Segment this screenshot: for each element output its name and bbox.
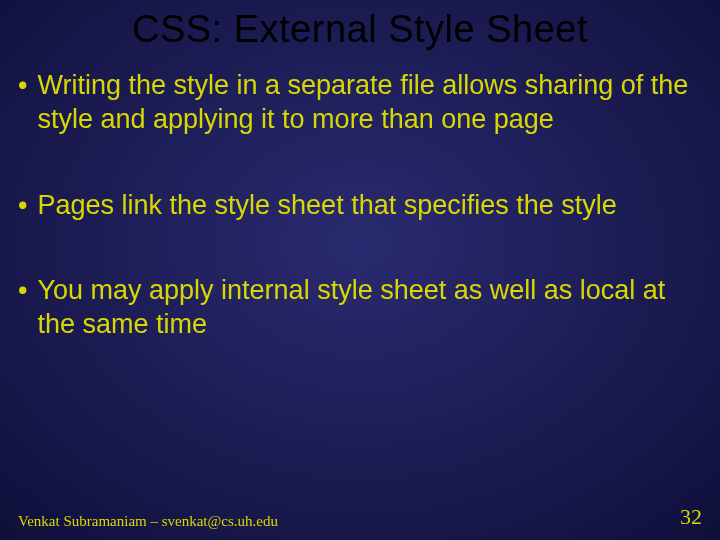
slide-title: CSS: External Style Sheet [0, 0, 720, 51]
bullet-dot-icon: • [18, 189, 37, 223]
bullet-dot-icon: • [18, 69, 37, 137]
bullet-item: • Pages link the style sheet that specif… [18, 189, 702, 223]
bullet-dot-icon: • [18, 274, 37, 342]
bullet-text: Writing the style in a separate file all… [37, 69, 702, 137]
author-credit: Venkat Subramaniam – svenkat@cs.uh.edu [18, 513, 278, 530]
bullet-item: • You may apply internal style sheet as … [18, 274, 702, 342]
page-number: 32 [680, 504, 702, 530]
slide-content: • Writing the style in a separate file a… [0, 51, 720, 342]
bullet-item: • Writing the style in a separate file a… [18, 69, 702, 137]
slide-footer: Venkat Subramaniam – svenkat@cs.uh.edu 3… [18, 504, 702, 530]
bullet-text: You may apply internal style sheet as we… [37, 274, 702, 342]
bullet-text: Pages link the style sheet that specifie… [37, 189, 702, 223]
